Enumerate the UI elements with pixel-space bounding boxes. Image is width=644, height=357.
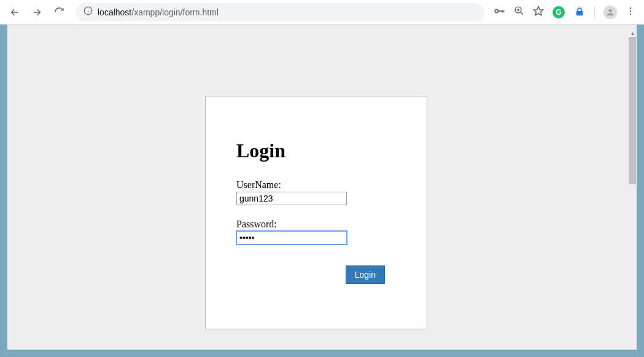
zoom-icon[interactable]: [514, 6, 524, 18]
scrollbar-thumb[interactable]: [629, 37, 636, 184]
svg-point-15: [630, 10, 631, 11]
profile-avatar-icon[interactable]: [603, 6, 617, 19]
url-text: localhost/xampp/login/form.html: [98, 7, 219, 17]
password-key-icon[interactable]: [493, 5, 505, 20]
password-label: Password:: [236, 219, 396, 230]
forward-button[interactable]: [28, 4, 45, 21]
toolbar-divider: [594, 6, 595, 18]
svg-marker-11: [534, 6, 543, 15]
menu-dots-icon[interactable]: [626, 6, 635, 18]
page-viewport: Login UserName: Password: Login ▴: [7, 25, 637, 350]
password-input[interactable]: [236, 231, 347, 245]
username-input[interactable]: [236, 192, 347, 205]
vertical-scrollbar[interactable]: ▴: [628, 31, 637, 350]
login-heading: Login: [236, 139, 396, 162]
login-submit-button[interactable]: Login: [346, 265, 385, 284]
password-field-group: Password:: [236, 219, 396, 245]
reload-button[interactable]: [50, 4, 68, 21]
svg-point-16: [630, 13, 631, 14]
toolbar-right: G: [493, 5, 638, 20]
svg-rect-5: [502, 10, 503, 12]
svg-rect-12: [576, 10, 583, 15]
username-field-group: UserName:: [236, 179, 396, 205]
extension-grammarly-icon[interactable]: G: [553, 6, 565, 18]
back-button[interactable]: [6, 4, 23, 21]
scrollbar-up-arrow-icon[interactable]: ▴: [629, 31, 636, 37]
svg-rect-4: [498, 10, 504, 12]
svg-rect-6: [503, 10, 505, 12]
svg-point-14: [630, 7, 631, 9]
address-bar[interactable]: localhost/xampp/login/form.html: [76, 3, 484, 22]
svg-line-8: [521, 12, 523, 15]
svg-point-13: [608, 9, 611, 12]
extension-blue-icon[interactable]: [573, 6, 586, 18]
browser-toolbar: localhost/xampp/login/form.html G: [0, 0, 644, 25]
username-label: UserName:: [236, 179, 396, 190]
site-info-icon[interactable]: [83, 6, 93, 18]
bookmark-star-icon[interactable]: [533, 6, 544, 19]
login-form-card: Login UserName: Password: Login: [205, 96, 427, 329]
